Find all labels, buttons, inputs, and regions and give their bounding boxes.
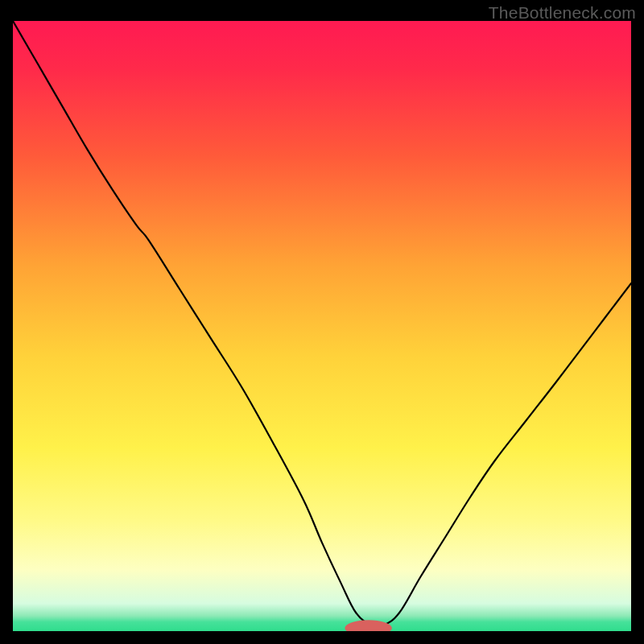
chart-stage: TheBottleneck.com: [0, 0, 644, 644]
chart-frame: [13, 21, 631, 631]
watermark: TheBottleneck.com: [489, 3, 636, 23]
bottleneck-chart: [13, 21, 631, 631]
gradient-background: [13, 21, 631, 631]
